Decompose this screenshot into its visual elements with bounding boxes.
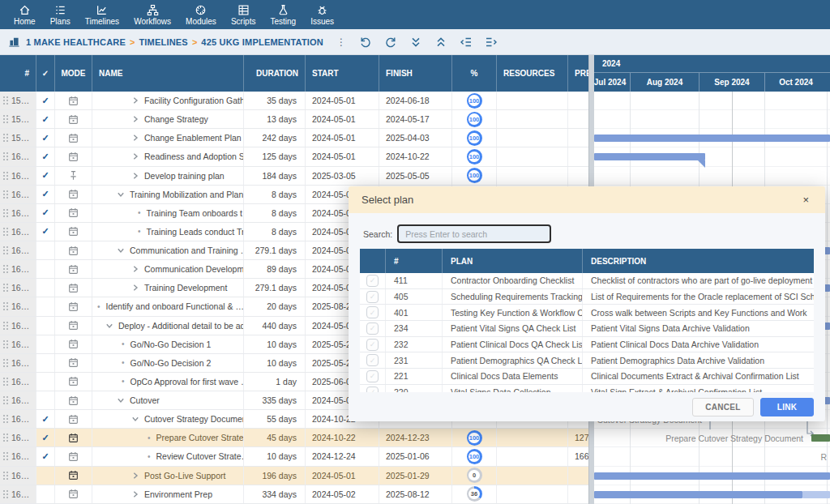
row-check-cell[interactable]: ✓ — [36, 447, 54, 465]
nav-item-issues[interactable]: Issues — [303, 2, 341, 28]
plan-checkbox[interactable]: ✓ — [366, 275, 379, 287]
chevron-right-icon[interactable] — [131, 96, 139, 105]
chevron-right-icon[interactable] — [131, 284, 139, 292]
row-mode-cell[interactable] — [54, 410, 92, 428]
chevron-down-icon[interactable] — [117, 246, 125, 254]
dialog-header[interactable]: Select plan × — [349, 186, 825, 213]
gantt-bar[interactable] — [594, 491, 802, 498]
row-check-cell[interactable] — [36, 279, 54, 297]
chevron-right-icon[interactable] — [131, 265, 139, 273]
row-check-cell[interactable] — [36, 260, 54, 278]
plan-row[interactable]: ✓221Clinical Docs Data ElementsClinical … — [360, 369, 814, 385]
row-name-cell[interactable]: Post Go-Live Support — [92, 467, 243, 485]
row-mode-cell[interactable] — [54, 110, 92, 128]
table-row[interactable]: 15…✓Change Enablement Plan242 days2024-0… — [0, 129, 588, 147]
plan-checkbox[interactable]: ✓ — [366, 354, 379, 366]
row-check-cell[interactable] — [36, 485, 54, 503]
chevron-right-icon[interactable] — [131, 472, 139, 480]
row-name-cell[interactable]: Develop training plan — [92, 167, 243, 185]
drag-icon[interactable] — [2, 171, 9, 181]
plan-checkbox[interactable]: ✓ — [366, 291, 379, 303]
gantt-bar[interactable] — [594, 472, 830, 480]
row-name-cell[interactable]: Change Enablement Plan — [92, 129, 243, 147]
row-mode-cell[interactable] — [54, 354, 92, 372]
row-check-cell[interactable] — [36, 335, 54, 353]
chevron-down-icon[interactable] — [131, 415, 139, 423]
table-row[interactable]: 16…✓Develop training plan184 days2025-03… — [0, 167, 588, 186]
row-mode-cell[interactable] — [54, 447, 92, 465]
row-name-cell[interactable]: •OpCo Approval for first wave … — [92, 373, 243, 391]
row-check-cell[interactable]: ✓ — [36, 186, 54, 203]
row-mode-cell[interactable] — [54, 129, 92, 147]
plan-row[interactable]: ✓234Patient Vital Signs QA Check ListPat… — [360, 321, 814, 337]
row-mode-cell[interactable] — [54, 241, 92, 259]
breadcrumb-project[interactable]: 1 MAKE HEALTHCARE — [26, 37, 126, 47]
table-row[interactable]: 16…Post Go-Live Support196 days2024-05-0… — [0, 467, 588, 485]
row-mode-cell[interactable] — [54, 429, 92, 446]
drag-icon[interactable] — [2, 264, 9, 274]
drag-icon[interactable] — [2, 395, 9, 405]
row-name-cell[interactable]: •Go/No-Go Decision 2 — [92, 354, 243, 372]
drag-icon[interactable] — [2, 377, 9, 387]
col-header-name[interactable]: NAME — [92, 55, 243, 92]
table-row[interactable]: 16…✓Readiness and Adoption S…125 days202… — [0, 147, 588, 166]
col-header-start[interactable]: START — [305, 55, 379, 92]
col-header-resources[interactable]: RESOURCES — [496, 55, 567, 92]
chevron-right-icon[interactable] — [131, 152, 139, 160]
plan-checkbox[interactable]: ✓ — [366, 387, 379, 392]
plan-checkbox[interactable]: ✓ — [366, 306, 379, 318]
drag-icon[interactable] — [2, 340, 9, 349]
gantt-bar[interactable] — [594, 135, 830, 142]
close-icon[interactable]: × — [799, 192, 812, 207]
row-name-cell[interactable]: •Prepare Cutover Strate… — [92, 429, 243, 446]
row-name-cell[interactable]: •Training Leads conduct Tr… — [92, 223, 243, 241]
row-check-cell[interactable] — [36, 317, 54, 335]
drag-icon[interactable] — [2, 489, 9, 499]
row-name-cell[interactable]: Readiness and Adoption S… — [92, 147, 243, 165]
row-check-cell[interactable]: ✓ — [36, 429, 54, 446]
row-check-cell[interactable]: ✓ — [36, 147, 54, 165]
cancel-button[interactable]: CANCEL — [692, 398, 754, 416]
row-name-cell[interactable]: Environment Prep — [92, 485, 243, 503]
kebab-menu-icon[interactable]: ⋮ — [335, 36, 348, 49]
row-check-cell[interactable] — [36, 467, 54, 485]
row-mode-cell[interactable] — [54, 335, 92, 353]
row-mode-cell[interactable] — [54, 92, 92, 109]
chevron-down-icon[interactable] — [117, 396, 125, 404]
nav-item-scripts[interactable]: Scripts — [224, 2, 263, 28]
row-mode-cell[interactable] — [54, 186, 92, 203]
col-header-check[interactable]: ✓ — [36, 55, 54, 92]
plan-col-description[interactable]: DESCRIPTION — [582, 249, 814, 273]
table-row[interactable]: 15…✓Facility Configuration Gath…35 days2… — [0, 92, 588, 110]
gantt-bar[interactable] — [594, 153, 705, 160]
row-mode-cell[interactable] — [54, 147, 92, 165]
nav-item-timelines[interactable]: Timelines — [78, 2, 126, 28]
table-row[interactable]: 16…✓•Prepare Cutover Strate…45 days2024-… — [0, 429, 588, 447]
drag-icon[interactable] — [2, 133, 9, 143]
gantt-bar[interactable] — [802, 491, 830, 498]
row-mode-cell[interactable] — [54, 297, 92, 315]
drag-icon[interactable] — [2, 433, 9, 442]
plan-row[interactable]: ✓232Patient Clinical Docs QA Check ListP… — [360, 337, 814, 353]
drag-icon[interactable] — [2, 471, 9, 481]
row-check-cell[interactable] — [36, 297, 54, 315]
undo-button[interactable] — [359, 36, 372, 49]
row-check-cell[interactable]: ✓ — [36, 110, 54, 128]
chevron-right-icon[interactable] — [131, 115, 139, 123]
plan-col-plan[interactable]: PLAN — [442, 249, 582, 273]
gantt-bar[interactable] — [811, 434, 830, 442]
col-header-percent[interactable]: % — [451, 55, 496, 92]
col-header-number[interactable]: # — [0, 55, 36, 92]
col-header-mode[interactable]: MODE — [54, 55, 92, 92]
row-name-cell[interactable]: Communication Developm… — [92, 260, 243, 278]
redo-button[interactable] — [384, 36, 397, 49]
row-mode-cell[interactable] — [54, 485, 92, 503]
plan-row[interactable]: ✓405Scheduling Requirements TrackingList… — [360, 289, 814, 305]
table-row[interactable]: 15…✓Change Strategy13 days2024-05-012024… — [0, 110, 588, 129]
row-mode-cell[interactable] — [54, 467, 92, 485]
chevron-right-icon[interactable] — [131, 134, 139, 142]
table-row[interactable]: 16…Environment Prep334 days2024-05-02202… — [0, 485, 588, 504]
drag-icon[interactable] — [2, 246, 9, 255]
collapse-all-button[interactable] — [409, 36, 422, 49]
row-check-cell[interactable] — [36, 391, 54, 409]
